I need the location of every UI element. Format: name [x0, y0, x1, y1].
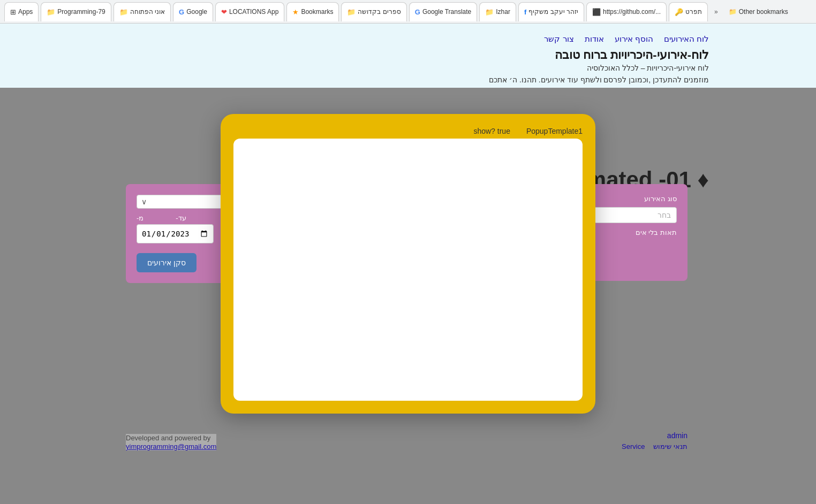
tab-facebook[interactable]: f יזהר יעקב משקיף — [518, 2, 584, 21]
tab-locations-label: LOCATIONS App — [229, 8, 278, 16]
github-icon: ⬛ — [592, 8, 601, 16]
tab-key[interactable]: 🔑 תפרט — [669, 2, 708, 21]
page-content: לוח האירועים הוסף אירוע אודות צור קשר לו… — [0, 24, 816, 504]
tab-translate[interactable]: G Google Translate — [409, 2, 478, 21]
tab-hebrew2-label: ספרים בקדושה — [358, 8, 401, 16]
tab-bookmarks[interactable]: ★ Bookmarks — [286, 2, 339, 21]
apps-icon: ⊞ — [10, 8, 16, 16]
tab-github-label: https://github.com/... — [603, 8, 661, 16]
popup-template-label: PopupTemplate1 — [526, 127, 583, 135]
tab-hebrew1-label: אוני הפתוחה — [130, 8, 165, 16]
popup-show-label: show? true — [473, 127, 510, 135]
translate-icon: G — [415, 8, 420, 16]
tab-github[interactable]: ⬛ https://github.com/... — [586, 2, 667, 21]
more-tabs-button[interactable]: » — [710, 6, 722, 18]
tab-hebrew2[interactable]: 📁 ספרים בקדושה — [341, 2, 406, 21]
tab-facebook-label: יזהר יעקב משקיף — [528, 8, 578, 16]
tab-locations[interactable]: ❤ LOCATIONS App — [215, 2, 284, 21]
popup-meta: show? true PopupTemplate1 — [233, 127, 583, 135]
browser-tab-bar: ⊞ Apps 📁 Programming-79 📁 אוני הפתוחה G … — [0, 0, 816, 24]
tab-apps-label: Apps — [18, 8, 33, 16]
google-icon: G — [179, 8, 184, 16]
tab-key-label: תפרט — [685, 8, 702, 16]
tab-translate-label: Google Translate — [422, 8, 471, 16]
popup-inner-content — [233, 139, 583, 401]
folder-icon-programming: 📁 — [47, 8, 55, 16]
popup-container: show? true PopupTemplate1 — [221, 114, 595, 414]
tab-google[interactable]: G Google — [173, 2, 213, 21]
tab-programming[interactable]: 📁 Programming-79 — [41, 2, 111, 21]
tab-izhar-label: Izhar — [496, 8, 510, 16]
key-icon: 🔑 — [675, 8, 683, 16]
popup-overlay: show? true PopupTemplate1 — [0, 24, 816, 504]
facebook-icon: f — [524, 8, 526, 16]
tab-google-label: Google — [186, 8, 207, 16]
folder-icon-izhar: 📁 — [485, 8, 494, 16]
tab-programming-label: Programming-79 — [57, 8, 105, 16]
folder-icon-hebrew2: 📁 — [347, 8, 356, 16]
heart-icon: ❤ — [221, 8, 227, 16]
tab-bookmarks-label: Bookmarks — [301, 8, 333, 16]
bookmark-folder-icon: 📁 — [729, 8, 737, 16]
tab-izhar[interactable]: 📁 Izhar — [479, 2, 516, 21]
other-bookmarks[interactable]: 📁 Other bookmarks — [724, 6, 792, 18]
star-icon: ★ — [292, 8, 299, 16]
tab-apps[interactable]: ⊞ Apps — [4, 2, 39, 21]
folder-icon-hebrew1: 📁 — [119, 8, 128, 16]
tab-hebrew1[interactable]: 📁 אוני הפתוחה — [114, 2, 171, 21]
